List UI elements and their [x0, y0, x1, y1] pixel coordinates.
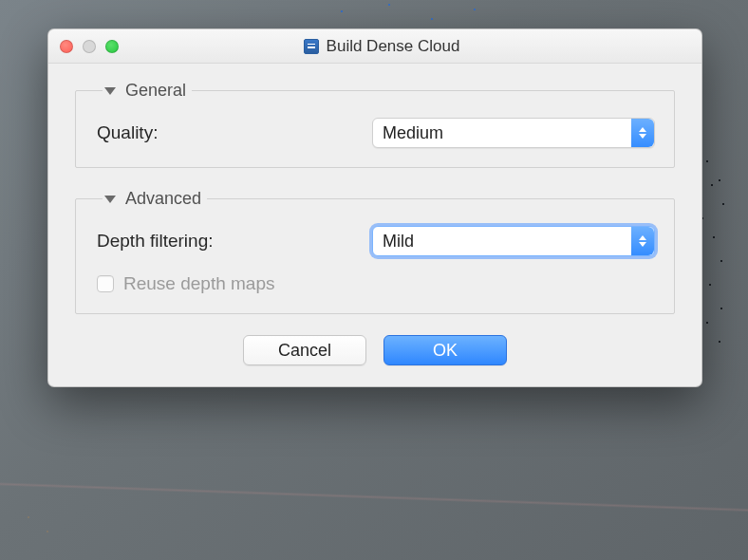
ok-button[interactable]: OK: [383, 335, 507, 365]
quality-select[interactable]: Medium: [372, 118, 655, 148]
app-icon: [304, 39, 319, 54]
cancel-button[interactable]: Cancel: [243, 335, 366, 365]
reuse-depth-label: Reuse depth maps: [123, 273, 275, 294]
general-legend-text: General: [125, 81, 186, 101]
advanced-group: Advanced Depth filtering: Mild Reuse dep…: [75, 189, 675, 314]
window-controls: [60, 40, 119, 53]
reuse-depth-row: Reuse depth maps: [97, 273, 655, 294]
quality-row: Quality: Medium: [97, 118, 655, 148]
depth-filtering-value: Mild: [373, 232, 631, 252]
advanced-legend-text: Advanced: [125, 189, 201, 209]
chevron-down-icon[interactable]: [104, 196, 116, 203]
depth-filtering-label: Depth filtering:: [97, 231, 214, 252]
quality-value: Medium: [373, 123, 631, 143]
reuse-depth-checkbox[interactable]: [97, 275, 114, 292]
depth-filtering-select[interactable]: Mild: [372, 226, 655, 256]
close-icon[interactable]: [60, 40, 73, 53]
maximize-icon[interactable]: [105, 40, 119, 53]
depth-row: Depth filtering: Mild: [97, 226, 655, 256]
dialog-title-text: Build Dense Cloud: [327, 37, 460, 56]
advanced-legend[interactable]: Advanced: [103, 189, 207, 209]
minimize-icon: [83, 40, 96, 53]
general-legend[interactable]: General: [103, 81, 192, 101]
dialog-body: General Quality: Medium Advanced: [48, 64, 701, 386]
stepper-icon[interactable]: [631, 119, 654, 147]
build-dense-cloud-dialog: Build Dense Cloud General Quality: Mediu…: [47, 28, 702, 387]
quality-label: Quality:: [97, 122, 158, 143]
chevron-down-icon[interactable]: [104, 87, 116, 95]
dialog-title: Build Dense Cloud: [119, 37, 645, 56]
stepper-icon[interactable]: [631, 227, 654, 255]
dialog-buttons: Cancel OK: [75, 335, 675, 365]
titlebar[interactable]: Build Dense Cloud: [48, 29, 701, 64]
general-group: General Quality: Medium: [75, 81, 675, 168]
